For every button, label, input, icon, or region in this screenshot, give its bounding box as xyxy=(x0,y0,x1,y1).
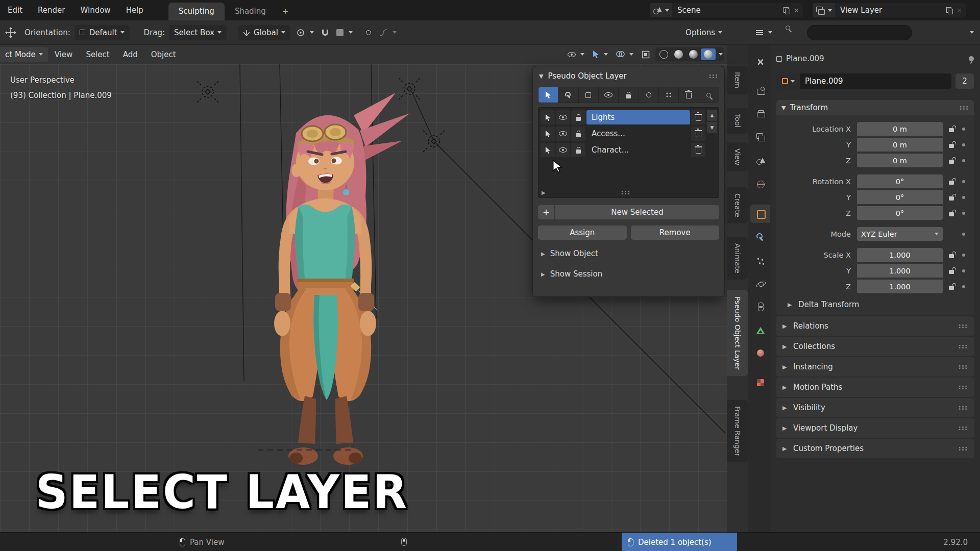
pin-icon[interactable] xyxy=(969,56,974,61)
filter-lock-button[interactable] xyxy=(619,87,639,103)
show-session-panel[interactable]: ▶ Show Session xyxy=(541,269,716,279)
lock-icon[interactable] xyxy=(949,181,954,185)
snap-dropdown[interactable] xyxy=(334,29,355,36)
editor-type-dropdown[interactable] xyxy=(754,30,774,36)
scale-x-field[interactable]: 1.000 xyxy=(857,248,943,262)
visibility-toggle[interactable] xyxy=(556,110,570,124)
drag-dropdown[interactable]: Select Box xyxy=(169,25,227,40)
filter-search-button[interactable] xyxy=(699,87,719,103)
drag-grip-icon[interactable] xyxy=(708,74,718,79)
sidebar-tab-view[interactable]: View xyxy=(727,142,748,171)
drag-grip-icon[interactable] xyxy=(959,106,969,110)
new-view-layer-icon[interactable] xyxy=(946,7,952,13)
menu-help[interactable]: Help xyxy=(118,6,151,15)
filter-chevron-icon[interactable] xyxy=(970,31,974,34)
show-object-panel[interactable]: ▶ Show Object xyxy=(541,249,716,258)
pivot-point-dropdown[interactable] xyxy=(295,29,316,37)
viewport-display-panel[interactable]: ▶ Viewport Display xyxy=(776,418,974,438)
properties-tab-view-layer[interactable] xyxy=(750,128,770,146)
properties-tab-texture[interactable] xyxy=(750,373,770,392)
filter-visibility-button[interactable] xyxy=(599,87,619,103)
rotation-z-field[interactable]: 0° xyxy=(857,206,943,220)
drag-grip-icon[interactable] xyxy=(958,446,968,451)
keyframe-dot-icon[interactable] xyxy=(962,196,965,199)
remove-button[interactable]: Remove xyxy=(631,226,720,240)
visibility-toggle[interactable] xyxy=(556,143,570,157)
delete-layer-button[interactable] xyxy=(691,127,705,141)
filter-holdout-button[interactable] xyxy=(639,87,659,103)
layer-panel-header[interactable]: ▼ Pseudo Object Layer xyxy=(533,66,724,86)
properties-tab-particles[interactable] xyxy=(750,252,770,270)
select-toggle[interactable] xyxy=(541,110,555,124)
overlays-dropdown[interactable] xyxy=(614,48,636,60)
keyframe-dot-icon[interactable] xyxy=(962,269,965,272)
keyframe-dot-icon[interactable] xyxy=(962,159,965,162)
collections-panel[interactable]: ▶ Collections xyxy=(776,337,974,356)
new-selected-button[interactable]: New Selected xyxy=(555,205,719,219)
lock-toggle[interactable] xyxy=(571,110,585,124)
layer-row-lights[interactable]: Lights xyxy=(541,110,705,125)
filter-select-button[interactable] xyxy=(538,87,558,103)
lock-icon[interactable] xyxy=(949,286,954,290)
properties-tab-material[interactable] xyxy=(750,344,770,362)
transform-panel-header[interactable]: ▼ Transform xyxy=(776,100,974,115)
properties-tab-tool[interactable] xyxy=(750,53,770,71)
options-dropdown[interactable]: Options xyxy=(685,28,722,37)
rotation-x-field[interactable]: 0° xyxy=(857,174,943,188)
lock-toggle[interactable] xyxy=(571,143,585,157)
filter-tool-button[interactable] xyxy=(558,87,578,103)
shading-material-button[interactable] xyxy=(686,48,701,60)
layer-name[interactable]: Lights xyxy=(586,110,690,124)
menu-view[interactable]: View xyxy=(48,50,80,59)
menu-select[interactable]: Select xyxy=(79,50,116,59)
keyframe-dot-icon[interactable] xyxy=(962,285,965,288)
proportional-editing-toggle[interactable] xyxy=(364,30,373,35)
drag-grip-icon[interactable] xyxy=(958,406,968,410)
sidebar-tab-create[interactable]: Create xyxy=(727,187,748,223)
scene-browse-button[interactable] xyxy=(650,3,672,17)
properties-tab-physics[interactable] xyxy=(750,274,770,293)
orientation-dropdown[interactable]: Default xyxy=(75,25,130,40)
sidebar-tab-frame-ranger[interactable]: Frame Ranger xyxy=(727,400,748,462)
lock-icon[interactable] xyxy=(949,254,954,258)
keyframe-dot-icon[interactable] xyxy=(962,254,965,257)
properties-tab-object[interactable] xyxy=(750,205,770,223)
instancing-panel[interactable]: ▶ Instancing xyxy=(776,357,974,377)
object-id-dropdown[interactable] xyxy=(776,73,800,89)
keyframe-dot-icon[interactable] xyxy=(962,233,965,236)
shading-wireframe-button[interactable] xyxy=(656,48,671,60)
rotation-y-field[interactable]: 0° xyxy=(857,190,943,204)
delete-layer-button[interactable] xyxy=(691,110,705,124)
select-tool-dropdown[interactable] xyxy=(590,48,610,60)
lock-icon[interactable] xyxy=(949,144,954,148)
sidebar-tab-tool[interactable]: Tool xyxy=(727,108,748,134)
layer-name[interactable]: Access... xyxy=(586,127,690,141)
xray-toggle[interactable] xyxy=(639,48,652,61)
scroll-up-button[interactable]: ▲ xyxy=(707,110,717,121)
object-name-field[interactable]: Plane.009 xyxy=(800,73,951,89)
relations-panel[interactable]: ▶ Relations xyxy=(776,316,974,336)
properties-tab-world[interactable] xyxy=(750,175,770,193)
shading-solid-button[interactable] xyxy=(671,48,686,60)
lock-icon[interactable] xyxy=(949,160,954,164)
properties-tab-modifiers[interactable] xyxy=(750,228,770,246)
visibility-toggle[interactable] xyxy=(556,127,570,141)
drag-grip-icon[interactable] xyxy=(958,344,968,349)
drag-grip-icon[interactable] xyxy=(958,426,968,431)
visibility-panel[interactable]: ▶ Visibility xyxy=(776,398,974,417)
workspace-tab-shading[interactable]: Shading xyxy=(225,3,276,20)
select-toggle[interactable] xyxy=(541,127,555,141)
sidebar-tab-animate[interactable]: Animate xyxy=(727,237,748,280)
layer-row-characters[interactable]: Charact... xyxy=(541,142,705,158)
view-layer-browse-button[interactable] xyxy=(813,3,835,17)
delete-layer-button[interactable] xyxy=(691,143,705,157)
menu-add[interactable]: Add xyxy=(116,50,144,59)
remove-view-layer-icon[interactable]: × xyxy=(956,6,962,14)
breadcrumb-object-name[interactable]: Plane.009 xyxy=(786,54,824,63)
sidebar-tab-item[interactable]: Item xyxy=(727,66,748,94)
custom-properties-panel[interactable]: ▶ Custom Properties xyxy=(776,439,974,458)
lock-icon[interactable] xyxy=(949,212,954,216)
scale-z-field[interactable]: 1.000 xyxy=(857,280,943,293)
filter-pattern-button[interactable] xyxy=(659,87,679,103)
add-workspace-button[interactable]: + xyxy=(276,3,295,20)
